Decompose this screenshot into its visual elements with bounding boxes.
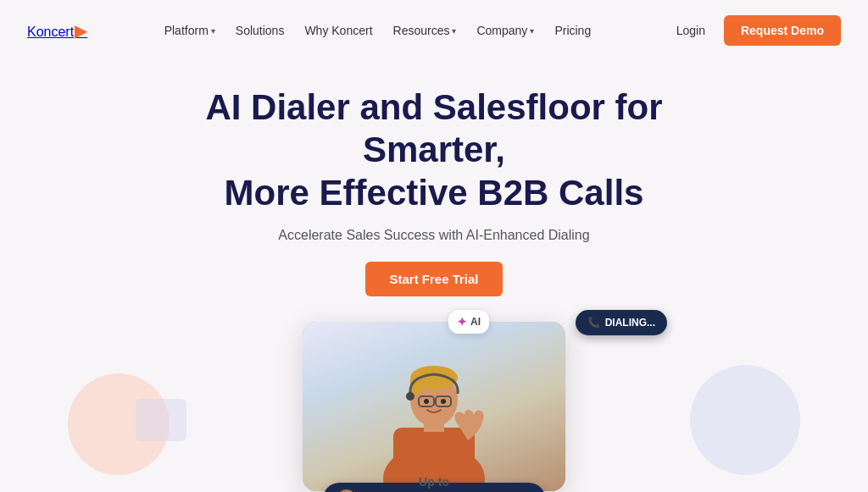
nav-item-solutions[interactable]: Solutions	[227, 19, 293, 42]
nav-link-resources[interactable]: Resources ▾	[385, 19, 465, 42]
nav-link-solutions[interactable]: Solutions	[227, 19, 293, 42]
hero-image-wrapper: ✦ AI 📞 DIALING... Lydia Hawthorne CONNEC…	[303, 322, 565, 491]
nav-link-pricing[interactable]: Pricing	[546, 19, 599, 42]
nav-item-resources[interactable]: Resources ▾	[385, 19, 465, 42]
svg-point-11	[406, 392, 415, 401]
start-free-trial-button[interactable]: Start Free Trial	[365, 262, 502, 296]
logo-text: Koncert	[27, 25, 74, 39]
nav-link-platform[interactable]: Platform ▾	[156, 19, 224, 42]
nav-item-why-koncert[interactable]: Why Koncert	[296, 19, 381, 42]
login-button[interactable]: Login	[668, 19, 714, 42]
logo-arrow: ▶	[75, 21, 87, 40]
chevron-down-icon: ▾	[211, 26, 215, 36]
ai-star-icon: ✦	[457, 315, 467, 329]
nav-actions: Login Request Demo	[668, 15, 841, 46]
chevron-down-icon: ▾	[452, 26, 456, 36]
request-demo-button[interactable]: Request Demo	[724, 15, 841, 46]
svg-point-10	[441, 399, 446, 404]
chevron-down-icon: ▾	[530, 26, 534, 36]
nav-item-company[interactable]: Company ▾	[468, 19, 542, 42]
svg-point-9	[424, 399, 429, 404]
dialing-label: DIALING...	[605, 317, 655, 329]
hero-image-area: ✦ AI 📞 DIALING... Lydia Hawthorne CONNEC…	[0, 322, 868, 491]
hero-section: AI Dialer and Salesfloor for Smarter, Mo…	[0, 61, 868, 305]
hero-card	[303, 322, 565, 491]
hero-headline: AI Dialer and Salesfloor for Smarter, Mo…	[137, 86, 731, 214]
navbar: Koncert▶ Platform ▾ Solutions Why Koncer…	[0, 0, 868, 61]
ai-badge: ✦ AI	[448, 310, 489, 334]
nav-link-company[interactable]: Company ▾	[468, 19, 542, 42]
dialing-badge: 📞 DIALING...	[576, 310, 667, 335]
nav-links: Platform ▾ Solutions Why Koncert Resourc…	[156, 19, 600, 42]
person-image	[358, 339, 510, 491]
ai-label-text: AI	[470, 316, 481, 328]
hero-subtitle: Accelerate Sales Success with AI-Enhance…	[17, 228, 851, 243]
nav-link-why-koncert[interactable]: Why Koncert	[296, 19, 381, 42]
footer-teaser: Up to	[419, 475, 449, 489]
logo[interactable]: Koncert▶	[27, 20, 87, 41]
nav-item-pricing[interactable]: Pricing	[546, 19, 599, 42]
phone-icon: 📞	[587, 317, 600, 329]
nav-item-platform[interactable]: Platform ▾	[156, 19, 224, 42]
